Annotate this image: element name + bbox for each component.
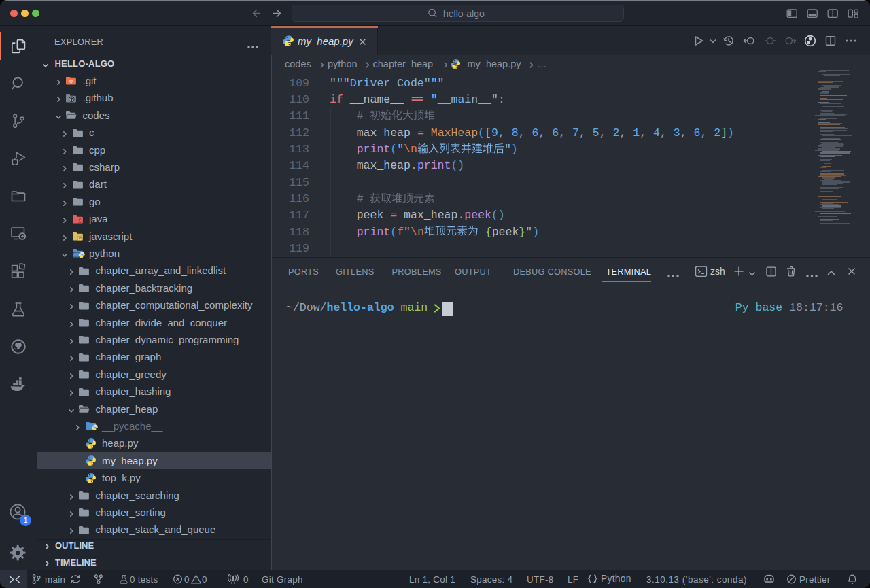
svg-text:JS: JS bbox=[77, 236, 82, 240]
